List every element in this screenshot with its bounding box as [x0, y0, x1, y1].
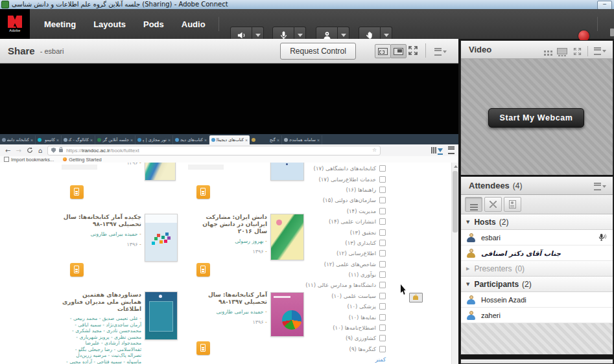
bookmark-getting-started[interactable]: Getting Started [69, 157, 101, 163]
fullscreen-icon[interactable] [573, 47, 582, 56]
window-minimize-button[interactable]: – [597, 1, 612, 10]
request-control-button[interactable]: Request Control [280, 43, 356, 60]
checkbox-icon[interactable] [379, 303, 386, 310]
attendee-row[interactable]: esbari [461, 230, 613, 245]
checkbox-icon[interactable] [379, 250, 386, 256]
back-icon[interactable]: ← [5, 147, 10, 154]
tracking-shield-icon[interactable] [51, 148, 56, 153]
breakout-view-button[interactable] [484, 197, 502, 212]
attendees-pod-menu-button[interactable] [594, 183, 606, 190]
bookmark-import[interactable]: Import bookmarks... [11, 157, 54, 163]
pdf-download-icon[interactable] [196, 341, 210, 355]
category-filter[interactable]: راهنماها (۱۶) [305, 185, 386, 195]
category-filter[interactable]: نوآوری (۱۱) [305, 269, 386, 280]
pdf-download-icon[interactable] [196, 263, 210, 277]
reload-icon[interactable] [27, 147, 33, 154]
category-filter[interactable]: تحقیق (۱۳) [305, 227, 386, 237]
book-cover[interactable] [145, 214, 178, 262]
book-title[interactable]: دستاوردهای هفتمین همایش ملی مدیران فناور… [62, 291, 141, 313]
pdf-download-icon[interactable] [70, 185, 84, 199]
checkbox-icon[interactable] [379, 240, 386, 246]
menu-layouts[interactable]: Layouts [93, 19, 126, 29]
category-filter[interactable]: سیاست علمی (۱۰) [305, 291, 386, 301]
book-title[interactable]: چکیده آمار کتابخانه‌ها: سال تحصیلی ۱۳۹۷-… [62, 214, 141, 228]
checkbox-icon[interactable] [379, 293, 386, 299]
home-icon[interactable]: ⌂ [38, 147, 42, 154]
checkbox-icon[interactable] [379, 324, 386, 331]
url-bar[interactable]: https://irandoc.ac.ir/book/fulltext ☆ [47, 146, 381, 155]
browser-tab[interactable]: کتابخانه دانشگاه شهید بهشتی× [0, 135, 36, 144]
category-filter[interactable]: کشاورزی (۹) [305, 333, 386, 343]
browser-tab[interactable]: تور مجازی | پژوهشگاه× [136, 135, 173, 144]
book-cover[interactable] [145, 291, 178, 340]
checkbox-icon[interactable] [379, 346, 386, 352]
category-filter[interactable]: مدیریت (۱۴) [305, 206, 386, 216]
tab-close-icon[interactable]: × [30, 138, 33, 142]
pdf-download-icon[interactable] [70, 263, 84, 277]
attendee-row[interactable]: Hossein Azadi [461, 292, 613, 308]
category-filter[interactable]: نمایه‌ها (۱۰) [305, 312, 386, 322]
browser-menu-icon[interactable] [448, 146, 455, 154]
checkbox-icon[interactable] [379, 197, 386, 203]
book-title[interactable]: دانش ایران: مشارکت ایرانیان در دانش جهان… [188, 214, 267, 235]
scrollbar-thumb[interactable] [453, 171, 458, 233]
category-filter[interactable]: اصطلاح‌نامه‌ها (۱۰) [305, 323, 386, 333]
scroll-up-icon[interactable] [454, 165, 458, 168]
tab-close-icon[interactable]: × [317, 138, 320, 142]
checkbox-icon[interactable] [379, 187, 386, 193]
page-scrollbar[interactable] [451, 163, 458, 364]
tab-close-icon[interactable]: × [130, 138, 133, 142]
browser-tab[interactable]: کاتالوگ - کتابیار× [62, 135, 95, 144]
filmstrip-view-icon[interactable] [557, 48, 567, 54]
video-pod-menu-button[interactable] [594, 47, 606, 55]
browser-tab[interactable]: گنج× [250, 135, 282, 144]
category-filter[interactable]: شاخص‌های علمی (۱۲) [305, 259, 386, 269]
checkbox-icon[interactable] [379, 208, 386, 214]
bookmark-star-icon[interactable]: ☆ [372, 147, 377, 153]
category-filter[interactable]: پزشکی (۱۰) [305, 301, 386, 312]
share-pod-menu-button[interactable] [434, 48, 447, 56]
participants-group-header[interactable]: ▼ Participants (2) [461, 277, 613, 292]
download-icon[interactable] [438, 148, 443, 152]
checkbox-icon[interactable] [379, 165, 386, 172]
book-cover[interactable] [270, 214, 304, 260]
checkbox-icon[interactable] [379, 335, 386, 341]
checkbox-icon[interactable] [379, 229, 386, 236]
share-view-toggle-filled[interactable] [390, 44, 407, 58]
forward-icon[interactable]: → [16, 147, 21, 154]
tab-close-icon[interactable]: × [277, 138, 279, 142]
checkbox-icon[interactable] [379, 218, 386, 225]
grid-view-icon[interactable] [544, 51, 546, 52]
browser-tab[interactable]: جلسه آنلاین گروه علم× [95, 135, 136, 144]
category-filter[interactable]: دانشگاه‌ها و مدارس عالی (۱۱) [305, 280, 386, 290]
presenters-group-header[interactable]: ▶ Presenters (0) [461, 261, 613, 277]
category-filter[interactable]: اطلاع‌رسانی (۱۲) [305, 248, 386, 258]
category-filter[interactable]: سازمان‌های دولتی (۱۵) [305, 195, 386, 205]
start-webcam-button[interactable]: Start My Webcam [488, 108, 584, 128]
checkbox-icon[interactable] [379, 176, 386, 183]
attendee-row[interactable]: جناب آقای دکتر اصنافی [461, 245, 613, 261]
browser-tab[interactable]: سامانه همانندجو× [282, 135, 322, 144]
checkbox-icon[interactable] [379, 261, 386, 267]
share-view-toggle-windowed[interactable] [375, 44, 391, 58]
book-cover[interactable] [270, 163, 304, 181]
category-filter[interactable]: خدمات اطلاع‌رسانی (۱۷) [305, 174, 386, 184]
checkbox-icon[interactable] [379, 271, 386, 278]
book-cover[interactable] [270, 292, 304, 337]
book-title[interactable]: آمار کتابخانه‌ها: سال تحصیلی ۱۳۹۷-۹۸ [188, 291, 267, 306]
library-icon[interactable] [431, 147, 432, 154]
browser-tab[interactable]: کتاب‌های دیجیتال ایران× [173, 135, 209, 144]
menu-meeting[interactable]: Meeting [44, 19, 76, 29]
category-filter[interactable]: انتشارات علمی (۱۴) [305, 216, 386, 227]
attendee-row[interactable]: zaheri [461, 308, 613, 323]
menu-pods[interactable]: Pods [143, 19, 164, 29]
fullscreen-button[interactable] [408, 45, 418, 58]
pdf-download-icon[interactable] [196, 185, 210, 199]
browser-tab[interactable]: کتاب‌های دیجیتال ایران× [209, 135, 250, 144]
show-less-link[interactable]: کمتر [353, 356, 386, 363]
category-filter[interactable]: کتابخانه‌های دانشگاهی (۱۷) [305, 163, 386, 174]
checkbox-icon[interactable] [379, 314, 386, 321]
attendee-list-view-button[interactable] [465, 197, 482, 212]
tab-close-icon[interactable]: × [168, 138, 171, 142]
hosts-group-header[interactable]: ▼ Hosts (2) [461, 214, 613, 230]
